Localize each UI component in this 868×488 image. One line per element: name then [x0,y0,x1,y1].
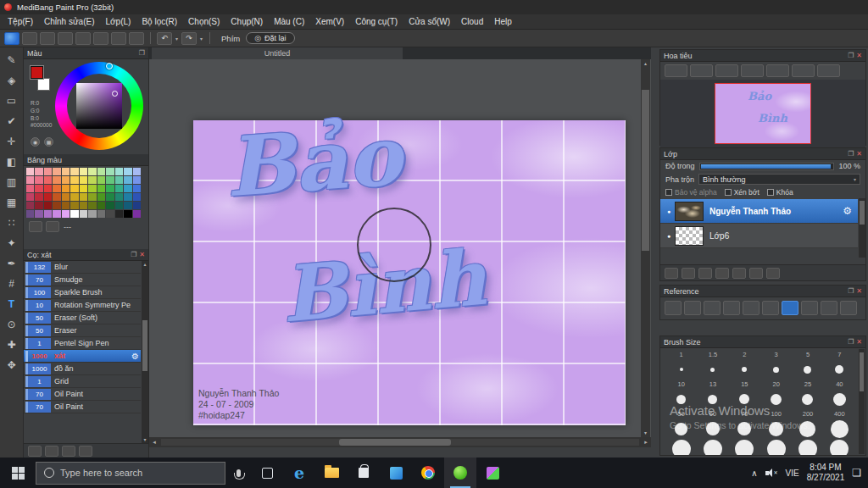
zoom-in-icon[interactable] [690,64,713,77]
color-swatch[interactable] [97,193,105,201]
close-panel-icon[interactable]: ✕ [856,288,862,295]
color-swatch[interactable] [44,202,52,209]
color-swatch[interactable] [115,168,123,175]
menu-item[interactable]: Xem(V) [315,17,344,26]
color-swatch[interactable] [115,176,123,184]
menu-item[interactable]: Cửa sổ(W) [409,17,450,26]
Blur[interactable]: 132 Blur ⚙ [24,261,141,274]
brush-size-option[interactable] [729,439,760,456]
color-swatch[interactable] [124,202,131,209]
scroll-right-icon[interactable]: ▸ [641,439,651,446]
hand-tool[interactable]: ✥ [3,357,21,374]
color-swatch[interactable] [70,202,78,209]
color-swatch[interactable] [106,168,114,175]
canvas-vertical-scrollbar[interactable]: ▴ ▾ [641,59,650,437]
brush-size-option[interactable] [697,389,728,409]
scrollbar-thumb[interactable] [860,352,864,391]
float-panel-icon[interactable]: ❐ [131,252,136,258]
grid-view-icon[interactable] [93,32,108,45]
canvas-tab[interactable]: Untitled [152,47,403,59]
brush-size-option[interactable] [665,439,697,456]
rotate-left-icon[interactable] [766,64,789,77]
clear-icon[interactable] [704,301,721,315]
eyedropper-tool[interactable]: ✒ [3,255,21,272]
brush-size-option[interactable] [792,419,823,439]
brush-size-option[interactable] [824,419,855,439]
store-icon[interactable] [348,458,380,488]
Oil Paint[interactable]: 70 Oil Paint ⚙ [24,401,141,413]
scroll-up-icon[interactable]: ▴ [641,59,650,68]
color-swatch[interactable] [133,185,141,192]
layer-settings-icon[interactable]: ⚙ [843,205,852,217]
layer-folder-icon[interactable] [715,268,729,279]
color-swatch[interactable] [124,176,131,184]
color-swatch[interactable] [115,185,123,192]
undo-caret-icon[interactable]: ▾ [175,36,178,42]
brush-size-option[interactable] [697,359,728,380]
bucket-tool[interactable]: ◧ [3,153,21,170]
brush-list-scrollbar[interactable]: ▴ ▾ [142,261,148,443]
brush-size-option[interactable] [729,389,760,409]
brush-settings-icon[interactable]: ⚙ [131,352,139,361]
task-view-icon[interactable] [251,458,283,488]
home-icon[interactable] [665,301,682,315]
brush-size-option[interactable] [824,439,855,456]
color-swatch[interactable] [53,210,60,218]
Smudge[interactable]: 70 Smudge ⚙ [24,274,141,286]
background-color-swatch[interactable] [37,78,50,91]
color-swatch[interactable] [44,176,52,184]
brush-size-scrollbar[interactable] [859,349,865,454]
color-swatch[interactable] [88,193,96,201]
copy-doc-icon[interactable] [75,32,91,45]
color-swatch[interactable] [88,176,96,184]
color-swatch[interactable] [26,185,34,192]
Oil Paint[interactable]: 70 Oil Paint ⚙ [24,388,141,401]
color-swatch[interactable] [26,202,34,209]
scrollbar-thumb[interactable] [142,320,147,371]
layer-menu-icon[interactable] [749,268,763,279]
zoom-out-icon[interactable] [743,301,760,315]
menu-item[interactable]: Chụp(N) [231,17,263,26]
magic-wand-tool[interactable]: ✦ [3,235,21,252]
swap-colors-icon[interactable]: ◉ [31,137,40,147]
color-swatch[interactable] [35,210,42,218]
checkbox-icon[interactable] [665,189,672,196]
sv-indicator[interactable] [112,91,118,97]
color-swatch[interactable] [106,193,114,201]
minimize-button[interactable] [776,0,807,14]
brush-size-option[interactable] [792,439,823,456]
Eraser[interactable]: 50 Eraser ⚙ [24,324,141,337]
color-swatch[interactable] [53,202,60,209]
layer-visibility-icon[interactable]: ● [663,208,675,214]
add-color-icon[interactable] [29,221,42,232]
color-swatch[interactable] [62,193,70,201]
color-swatch[interactable] [62,168,70,175]
color-swatch[interactable] [97,185,105,192]
color-swatch[interactable] [80,176,87,184]
edge-icon[interactable]: e [283,458,315,488]
brush-size-option[interactable] [729,419,760,439]
layer-option-checkbox[interactable]: Bảo vệ alpha [665,188,717,197]
brush-size-option[interactable] [824,389,855,409]
color-swatch[interactable] [124,210,131,218]
save-icon[interactable] [22,32,37,45]
close-panel-icon[interactable]: ✕ [139,252,145,258]
color-swatch[interactable] [106,202,114,209]
gradient-tool[interactable]: ▥ [3,174,21,191]
color-swatch[interactable] [70,168,78,175]
color-swatch[interactable] [53,168,60,175]
start-button[interactable] [0,458,36,488]
zoom-in-icon[interactable] [723,301,740,315]
layer-order-icon[interactable] [732,268,746,279]
pencil-icon[interactable] [762,301,779,315]
color-swatch[interactable] [124,168,131,175]
close-panel-icon[interactable]: ✕ [856,53,862,59]
transparent-color-icon[interactable]: ▦ [44,137,53,147]
brush-size-option[interactable] [729,359,760,380]
design-app-icon[interactable] [476,458,509,488]
color-swatch[interactable] [133,202,141,209]
menu-item[interactable]: Cloud [461,17,483,26]
color-swatch[interactable] [88,202,96,209]
canvas[interactable]: Bảo Bình Nguyễn Thanh Thảo 24 - 07 - 200… [193,120,626,425]
redo-caret-icon[interactable]: ▾ [200,36,203,42]
